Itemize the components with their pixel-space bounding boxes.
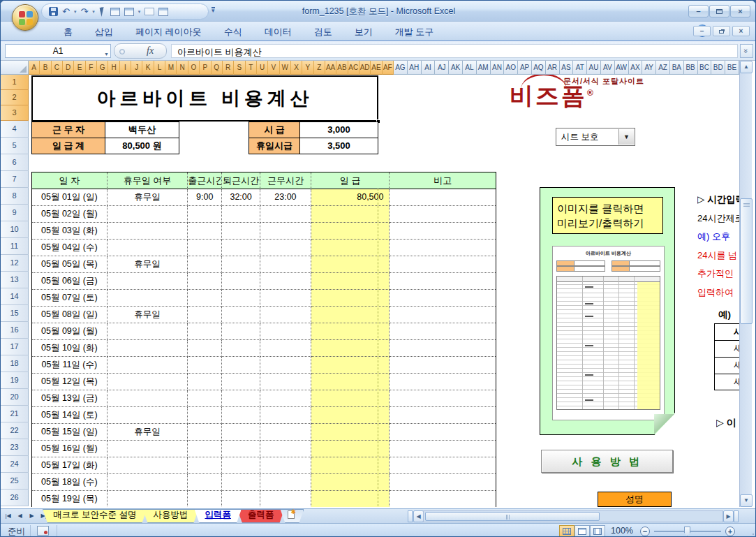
table-cell[interactable]: 05월 07일 (토): [32, 290, 108, 307]
table-cell[interactable]: [188, 491, 222, 507]
table-cell[interactable]: [222, 256, 260, 273]
table-cell[interactable]: [260, 307, 311, 323]
table-cell[interactable]: [260, 474, 311, 491]
doc-minimize-button[interactable]: –: [693, 26, 711, 36]
table-cell[interactable]: 05월 11일 (수): [32, 357, 108, 374]
table-cell[interactable]: [108, 223, 188, 240]
table-cell[interactable]: [390, 340, 496, 357]
column-header-C[interactable]: C: [52, 61, 63, 75]
table-header-cell[interactable]: 근무시간: [260, 172, 311, 189]
table-cell[interactable]: [222, 424, 260, 441]
column-header-F[interactable]: F: [86, 61, 97, 75]
row-header-14[interactable]: 14: [1, 288, 29, 305]
prev-sheet-icon[interactable]: ◀: [15, 510, 25, 522]
table-cell[interactable]: [108, 323, 188, 340]
row-header-6[interactable]: 6: [1, 154, 29, 171]
table-cell[interactable]: [188, 290, 222, 307]
column-header-AG[interactable]: AG: [394, 61, 408, 75]
sheet-title-cell[interactable]: 아르바이트 비용계산: [31, 75, 378, 122]
column-header-Y[interactable]: Y: [302, 61, 313, 75]
row-header-8[interactable]: 8: [1, 188, 29, 205]
row-header-21[interactable]: 21: [1, 406, 29, 422]
table-cell[interactable]: [260, 290, 311, 307]
ribbon-tab-홈[interactable]: 홈: [52, 22, 84, 41]
row-header-24[interactable]: 24: [1, 456, 29, 473]
column-header-BB[interactable]: BB: [684, 61, 698, 75]
table-cell[interactable]: [188, 407, 222, 424]
doc-close-button[interactable]: ×: [732, 26, 750, 36]
row-header-12[interactable]: 12: [1, 255, 29, 272]
first-sheet-icon[interactable]: |◀: [3, 510, 13, 522]
table-cell[interactable]: 05월 04일 (수): [32, 240, 108, 256]
table-cell[interactable]: [222, 323, 260, 340]
hourly-label-cell[interactable]: 시 급: [249, 122, 300, 138]
table-cell[interactable]: [108, 374, 188, 390]
column-header-W[interactable]: W: [280, 61, 291, 75]
table-cell[interactable]: [188, 457, 222, 474]
scrollbar-split-handle[interactable]: [734, 510, 739, 522]
table-cell[interactable]: [108, 206, 188, 223]
column-header-AV[interactable]: AV: [601, 61, 615, 75]
preview-panel[interactable]: 이미지를 클릭하면 미리보기/출력하기 아르바이트 비용계산: [540, 187, 675, 435]
column-header-T[interactable]: T: [246, 61, 257, 75]
table-cell[interactable]: 05월 09일 (월): [32, 323, 108, 340]
column-header-AS[interactable]: AS: [560, 61, 574, 75]
table-cell[interactable]: [188, 307, 222, 323]
table-cell[interactable]: [108, 441, 188, 457]
column-header-G[interactable]: G: [97, 61, 108, 75]
table-cell[interactable]: [390, 307, 496, 323]
table-cell[interactable]: [390, 323, 496, 340]
table-cell[interactable]: [108, 474, 188, 491]
table-header-cell[interactable]: 일 급: [311, 172, 390, 189]
sheet-protect-dropdown[interactable]: 시트 보호 ▼: [556, 128, 635, 146]
table-cell[interactable]: [390, 357, 496, 374]
formula-input[interactable]: 아르바이트 비용계산: [171, 44, 738, 58]
table-cell[interactable]: [390, 240, 496, 256]
ribbon-tab-페이지 레이아웃[interactable]: 페이지 레이아웃: [124, 22, 213, 41]
row-header-7[interactable]: 7: [1, 171, 29, 188]
table-cell[interactable]: 23:00: [260, 189, 311, 206]
row-header-19[interactable]: 19: [1, 372, 29, 389]
daily-total-label-cell[interactable]: 일 급 계: [31, 138, 105, 154]
table-cell[interactable]: [260, 273, 311, 290]
usage-button[interactable]: 사 용 방 법: [541, 450, 673, 473]
table-cell[interactable]: [260, 407, 311, 424]
table-cell[interactable]: [188, 357, 222, 374]
column-header-H[interactable]: H: [108, 61, 119, 75]
column-header-AI[interactable]: AI: [422, 61, 436, 75]
column-header-AB[interactable]: AB: [336, 61, 348, 75]
table-cell[interactable]: [390, 457, 496, 474]
tab-split-handle[interactable]: [408, 510, 413, 522]
table-cell[interactable]: [222, 206, 260, 223]
table-cell[interactable]: [390, 273, 496, 290]
expand-formula-bar-button[interactable]: »: [740, 44, 753, 58]
column-header-R[interactable]: R: [223, 61, 234, 75]
zoom-slider-thumb[interactable]: [684, 527, 690, 536]
table-cell[interactable]: [188, 390, 222, 407]
table-cell[interactable]: [188, 223, 222, 240]
table-cell[interactable]: [390, 223, 496, 240]
table-header-cell[interactable]: 일 자: [32, 172, 108, 189]
column-header-AU[interactable]: AU: [587, 61, 601, 75]
zoom-in-icon[interactable]: +: [725, 527, 735, 536]
row-header-9[interactable]: 9: [1, 205, 29, 221]
column-header-AE[interactable]: AE: [371, 61, 382, 75]
column-header-AZ[interactable]: AZ: [656, 61, 670, 75]
holiday-hourly-label-cell[interactable]: 휴일시급: [249, 138, 300, 154]
row-header-3[interactable]: 3: [1, 105, 29, 121]
table-cell[interactable]: 05월 14일 (토): [32, 407, 108, 424]
table-cell[interactable]: [188, 273, 222, 290]
scroll-up-icon[interactable]: ▲: [740, 61, 753, 73]
table-cell[interactable]: [260, 223, 311, 240]
column-header-AH[interactable]: AH: [408, 61, 422, 75]
table-cell[interactable]: [390, 206, 496, 223]
column-header-P[interactable]: P: [200, 61, 211, 75]
table-cell[interactable]: [108, 273, 188, 290]
table-cell[interactable]: [260, 240, 311, 256]
row-header-25[interactable]: 25: [1, 473, 29, 490]
table-cell[interactable]: [222, 357, 260, 374]
ribbon-tab-검토[interactable]: 검토: [303, 22, 343, 41]
table-cell[interactable]: [390, 441, 496, 457]
table-cell[interactable]: [390, 390, 496, 407]
table-cell[interactable]: [188, 441, 222, 457]
